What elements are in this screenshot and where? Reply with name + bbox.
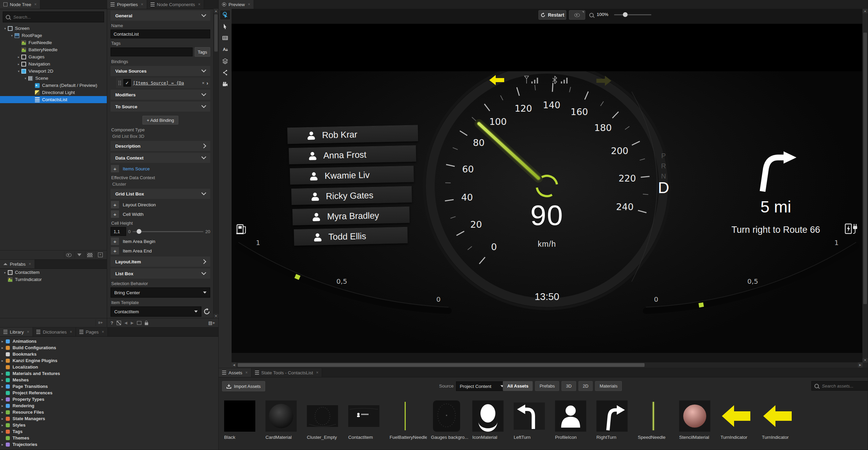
asset-thumbnail[interactable] [721,400,752,432]
contact-item-anna-frost[interactable]: Anna Frost [289,145,416,164]
reset-icon[interactable] [203,308,210,315]
add-item-area-end-button[interactable]: + [111,247,119,255]
asset-thumbnail[interactable] [679,400,710,432]
asset-profileicon-8[interactable]: ProfileIcon [555,400,592,440]
library-item-trajectories[interactable]: ▸Trajectories [0,441,218,448]
library-item-resource-files[interactable]: ▸Resource Files [0,409,218,415]
library-item-themes[interactable]: Themes [0,435,218,441]
asset-gauges-backgro-5[interactable]: Gauges backgro... [431,400,468,440]
filter-materials[interactable]: Materials [595,381,622,391]
deselect-icon[interactable] [117,321,121,325]
asset-iconmaterial-6[interactable]: IconMaterial [472,400,510,440]
tree-collapsed-icon[interactable]: ▸ [0,404,5,408]
asset-thumbnail[interactable] [431,400,462,432]
select-tool-icon[interactable] [220,22,230,31]
asset-thumbnail[interactable] [265,400,297,432]
filter-all-assets[interactable]: All Assets [503,381,533,391]
library-item-state-managers[interactable]: ▸State Managers [0,415,218,422]
tree-collapsed-icon[interactable]: ▸ [0,430,5,433]
node-tree-item-fuelneedle[interactable]: FuelNeedle [0,39,107,46]
node-tree-item-directional-light[interactable]: Directional Light [0,89,107,96]
add-layout-direction-button[interactable]: + [111,201,119,209]
asset-cluster-empty-2[interactable]: Cluster_Empty [307,400,344,440]
scrollbar-thumb[interactable] [863,33,867,304]
asset-stencilmaterial-11[interactable]: StencilMaterial [679,400,716,440]
section-to-source[interactable]: To Source [111,101,210,112]
contact-item-kwamie-liv[interactable]: Kwamie Liv [290,166,414,185]
preview-canvas[interactable]: 02040608010012014016018020022024010,5000… [232,9,863,362]
isolate-icon[interactable]: × [96,251,105,258]
close-icon[interactable]: × [102,330,104,334]
asset-thumbnail[interactable] [638,400,669,432]
library-item-tags[interactable]: ▸Tags [0,428,218,435]
tree-expanded-icon[interactable]: ▾ [16,70,21,73]
library-item-build-configurations[interactable]: ▸Build Configurations [0,344,218,351]
asset-thumbnail[interactable] [555,400,586,432]
tree-expanded-icon[interactable]: ▾ [23,77,28,80]
lock-icon[interactable] [145,322,148,325]
preview-zoom-slider[interactable] [614,14,651,15]
scroll-left-icon[interactable]: ◀ [232,362,236,368]
tab-library[interactable]: Library× [0,327,33,336]
scroll-up-icon[interactable]: ▲ [863,9,868,13]
tab-assets[interactable]: Assets× [219,368,252,377]
section-general[interactable]: General [111,11,210,21]
asset-thumbnail[interactable] [472,400,504,432]
tab-properties[interactable]: Properties× [107,0,147,9]
asset-thumbnail[interactable] [762,400,793,432]
asset-rightturn-9[interactable]: RightTurn [596,400,634,440]
library-item-materials-and-textures[interactable]: ▸Materials and Textures [0,370,218,377]
tree-collapsed-icon[interactable]: ▸ [0,424,5,427]
scrollbar-thumb[interactable] [238,363,645,367]
tree-collapsed-icon[interactable]: ▸ [0,443,5,446]
preview-hscrollbar[interactable]: ◀ ▶ [232,362,863,368]
frame-icon[interactable] [137,321,141,325]
back-icon[interactable]: ◀ [124,321,127,325]
filter-3d[interactable]: 3D [561,381,576,391]
tree-collapsed-icon[interactable]: ▸ [0,385,5,388]
close-icon[interactable]: × [70,330,72,334]
node-tree-item-contactslist[interactable]: ContactsList [0,96,107,103]
close-icon[interactable]: × [245,370,248,375]
asset-search[interactable] [811,381,868,391]
asset-turnindicator-13[interactable]: TurnIndicator [762,400,799,440]
asset-thumbnail[interactable] [596,400,628,432]
properties-scrollbar[interactable]: ▲ ▼ [213,9,218,318]
tree-collapsed-icon[interactable]: ▸ [0,372,5,375]
scrollbar-thumb[interactable] [214,14,218,52]
cell-height-field[interactable]: 1,1 [111,227,126,236]
close-icon[interactable]: × [198,2,200,7]
close-icon[interactable]: × [141,2,143,7]
asset-thumbnail[interactable] [307,400,338,432]
help-icon[interactable]: ? [111,320,113,325]
tree-collapsed-icon[interactable]: ▸ [0,346,5,350]
node-tree-item-rootpage[interactable]: ▾RootPage [0,32,107,39]
restart-button[interactable]: Restart [538,10,566,20]
close-icon[interactable]: × [248,2,250,7]
add-cell-width-button[interactable]: + [111,210,119,218]
item-template-dropdown[interactable]: ContactItem [111,306,201,317]
filter-2d[interactable]: 2D [578,381,593,391]
tree-collapsed-icon[interactable]: ▸ [0,378,5,382]
library-item-property-types[interactable]: ▸Property Types [0,396,218,402]
contact-item-ricky-gates[interactable]: Ricky Gates [291,186,412,205]
tags-button[interactable]: Tags [195,47,210,57]
tab-prefabs[interactable]: Prefabs × [0,260,35,268]
section-description[interactable]: Description [111,141,210,151]
scroll-up-icon[interactable]: ▲ [214,9,218,13]
asset-cardmaterial-1[interactable]: CardMaterial [265,400,303,440]
prefab-item-turnindicator[interactable]: TurnIndicator [0,276,107,283]
tree-collapsed-icon[interactable]: ▸ [0,417,5,420]
tab-preview[interactable]: Preview × [219,0,254,9]
slider-thumb[interactable] [623,12,628,17]
section-layout-item[interactable]: Layout.Item [111,257,210,267]
node-tree-item-scene[interactable]: ▾Scene [0,75,107,82]
layers-tool-icon[interactable] [220,56,230,66]
asset-thumbnail[interactable] [224,400,255,432]
scroll-right-icon[interactable]: ▶ [858,362,863,368]
node-tree-search[interactable] [3,12,104,22]
asset-thumbnail[interactable] [390,400,421,432]
library-item-kanzi-engine-plugins[interactable]: ▸Kanzi Engine Plugins [0,357,218,364]
tab-node-components[interactable]: Node Components× [147,0,204,9]
slider-thumb[interactable] [137,229,141,234]
